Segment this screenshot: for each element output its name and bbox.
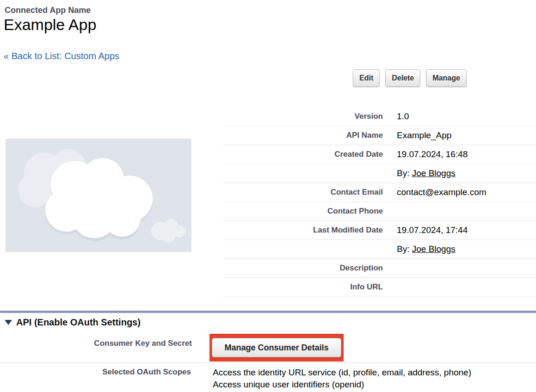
cloud-logo-icon: [6, 139, 191, 252]
connected-app-detail-page: Connected App Name Example App « Back to…: [0, 0, 536, 392]
detail-row: Version1.0: [223, 107, 536, 126]
oauth-scopes-list: Access the identity URL service (id, pro…: [213, 367, 471, 391]
user-link[interactable]: Joe Bloggs: [412, 168, 456, 178]
detail-row: By: Joe Bloggs: [223, 240, 536, 259]
detail-row: Created Date19.07.2024, 16:48: [223, 145, 536, 164]
field-label: Description: [223, 263, 383, 273]
field-label: Last Modified Date: [223, 226, 383, 235]
field-value: 1.0: [397, 111, 409, 122]
selected-oauth-scopes-label: Selected OAuth Scopes: [0, 368, 191, 377]
back-to-list-link[interactable]: « Back to List: Custom Apps: [4, 51, 119, 61]
field-label: Created Date: [223, 150, 383, 159]
manage-consumer-details-button[interactable]: Manage Consumer Details: [212, 338, 341, 357]
section-divider-bar: [0, 311, 536, 313]
detail-row: API NameExample_App: [223, 126, 536, 145]
consumer-key-secret-label: Consumer Key and Secret: [0, 339, 192, 348]
field-label: Contact Phone: [223, 207, 383, 216]
detail-row: Contact Phone: [223, 202, 536, 221]
field-label: Version: [223, 112, 383, 121]
page-title: Example App: [4, 16, 96, 34]
detail-row: Description: [223, 259, 536, 278]
edit-button[interactable]: Edit: [353, 69, 380, 87]
app-detail-table: Version1.0API NameExample_AppCreated Dat…: [223, 107, 536, 297]
oauth-section-title: API (Enable OAuth Settings): [16, 317, 141, 328]
field-label: API Name: [223, 131, 383, 140]
oauth-scope-item: Access unique user identifiers (openid): [213, 379, 471, 391]
manage-button[interactable]: Manage: [426, 69, 467, 87]
detail-row: By: Joe Bloggs: [223, 164, 536, 183]
field-value: By: Joe Bloggs: [397, 168, 456, 178]
field-value: By: Joe Bloggs: [397, 244, 456, 254]
user-link[interactable]: Joe Bloggs: [412, 244, 456, 254]
detail-row: Contact Emailcontact@example.com: [223, 183, 536, 202]
row-divider-line: [0, 362, 536, 363]
field-value: 19.07.2024, 16:48: [397, 149, 468, 159]
field-value: contact@example.com: [397, 187, 487, 197]
oauth-section-header[interactable]: API (Enable OAuth Settings): [5, 317, 141, 328]
detail-row: Last Modified Date19.07.2024, 17:44: [223, 221, 536, 240]
detail-row: Info URL: [223, 278, 536, 297]
field-value: Example_App: [397, 130, 451, 141]
collapse-triangle-icon: [5, 320, 12, 325]
app-logo-image: [6, 139, 191, 252]
delete-button[interactable]: Delete: [385, 69, 420, 87]
field-label: Contact Email: [223, 188, 383, 197]
connected-app-name-label: Connected App Name: [5, 6, 91, 15]
oauth-scope-item: Access the identity URL service (id, pro…: [213, 367, 471, 379]
highlight-annotation-box: Manage Consumer Details: [209, 334, 344, 361]
field-label: Info URL: [223, 282, 383, 292]
action-toolbar: Edit Delete Manage: [353, 69, 467, 87]
field-value: 19.07.2024, 17:44: [397, 225, 468, 235]
